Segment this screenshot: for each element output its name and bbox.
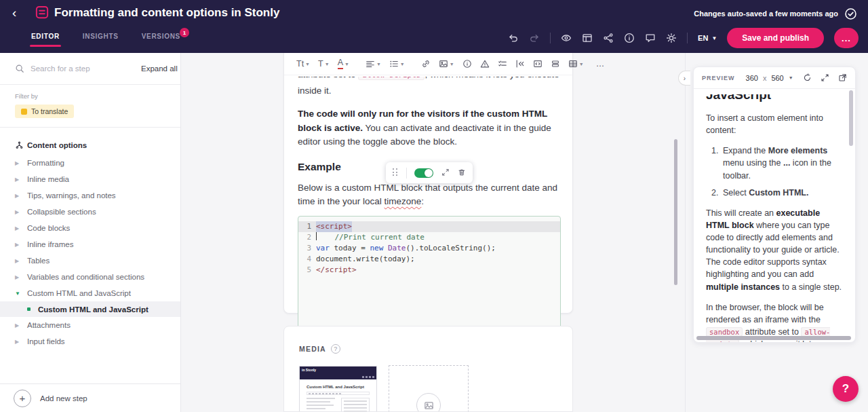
text-color-button[interactable]: A▼ [338, 58, 349, 69]
custom-html-code-block[interactable]: 1<script> 2 //Print current date 3var to… [298, 216, 561, 329]
versions-badge: 1 [180, 28, 189, 37]
expand-all-link[interactable]: Expand all [141, 64, 178, 73]
step-search-row: Expand all [0, 53, 180, 85]
tree-item-tables[interactable]: ▶Tables [0, 252, 180, 269]
preview-eye-icon[interactable] [561, 33, 572, 43]
image-button[interactable]: ▼ [439, 59, 454, 69]
main-vertical-scrollbar[interactable] [674, 139, 677, 285]
refresh-icon[interactable] [803, 73, 812, 82]
code-block-button[interactable] [533, 59, 542, 69]
search-icon [15, 64, 24, 73]
save-and-publish-button[interactable]: Save and publish [727, 28, 824, 48]
settings-gear-icon[interactable] [666, 33, 677, 43]
help-button[interactable]: ? [833, 376, 859, 402]
text-format-button[interactable]: T▼ [318, 59, 330, 69]
editor-content[interactable]: attribute set to allow-scripts, which me… [284, 75, 572, 329]
chevron-right-icon: ▶ [15, 258, 27, 264]
blockquote-button[interactable] [515, 59, 525, 69]
preview-ordered-list: 1.Expand the More elements menu using th… [706, 145, 843, 199]
tree-item-formatting[interactable]: ▶Formatting [0, 155, 180, 171]
share-icon[interactable] [603, 33, 614, 43]
filter-section: Filter by To translate [0, 85, 180, 128]
redo-icon[interactable] [529, 33, 540, 43]
autosave-check-icon [844, 7, 857, 20]
note-info-button[interactable] [462, 59, 472, 69]
search-input[interactable] [31, 64, 135, 73]
page-title: Formatting and content options in Stonly [54, 6, 279, 20]
tree-item-custom-html-child-selected[interactable]: Custom HTML and JavaScript [0, 301, 180, 317]
align-button[interactable]: ▼ [366, 59, 381, 69]
tree-item-inline-iframes[interactable]: ▶Inline iframes [0, 236, 180, 252]
preview-horizontal-scrollbar[interactable] [696, 336, 851, 340]
inline-code: allow-scripts [358, 77, 425, 80]
green-bullet-icon [27, 307, 31, 311]
paragraph: inside it. [298, 84, 559, 98]
list-button[interactable]: ▼ [389, 59, 405, 69]
more-elements-button[interactable]: … [596, 59, 605, 69]
tree-item-code-blocks[interactable]: ▶Code blocks [0, 220, 180, 236]
media-help-icon[interactable]: ? [331, 344, 340, 354]
expand-preview-icon[interactable] [821, 73, 829, 82]
media-upload-placeholder[interactable] [389, 365, 469, 412]
add-new-step-button[interactable]: + Add new step [0, 383, 180, 412]
tree-item-variables-conditional[interactable]: ▶Variables and conditional sections [0, 269, 180, 285]
warning-button[interactable] [480, 59, 490, 69]
undo-icon[interactable] [508, 33, 519, 43]
tree-item-custom-html-parent[interactable]: ▼Custom HTML and JavaScript [0, 285, 180, 301]
sections-button[interactable] [551, 59, 560, 69]
tree-item-input-fields[interactable]: ▶Input fields [0, 333, 180, 350]
chevron-right-icon: ▶ [15, 209, 27, 215]
info-icon[interactable] [624, 33, 635, 43]
guide-doc-icon [35, 5, 49, 19]
header-tabs: EDITOR INSIGHTS VERSIONS1 [31, 33, 180, 47]
code-line: 5</script> [298, 265, 560, 276]
editor-toolbar: Tt▼ T▼ A▼ ▼ ▼ ▼ ▼ … [284, 53, 572, 75]
chat-icon[interactable] [645, 33, 656, 43]
panel-divider [685, 53, 686, 412]
publish-more-button[interactable]: ... [834, 28, 859, 48]
media-thumbnail[interactable]: in Stonly Custom HTML and JavaScript [299, 366, 377, 412]
expand-block-icon[interactable] [441, 168, 450, 178]
tab-versions[interactable]: VERSIONS1 [142, 33, 180, 47]
filter-by-label: Filter by [15, 92, 165, 100]
block-active-toggle[interactable] [414, 168, 433, 178]
back-chevron-icon[interactable]: ‹ [12, 5, 16, 20]
layout-icon[interactable] [582, 33, 593, 43]
misspelled-word: timezone [384, 196, 422, 206]
chevron-right-icon: ▶ [15, 176, 27, 183]
collapse-preview-button[interactable]: › [678, 71, 690, 86]
tree-item-inline-media[interactable]: ▶Inline media [0, 171, 180, 187]
delete-block-icon[interactable] [458, 168, 466, 178]
open-in-new-icon[interactable] [838, 73, 847, 82]
tab-insights[interactable]: INSIGHTS [83, 33, 119, 47]
text-style-button[interactable]: Tt▼ [296, 59, 310, 69]
code-line: 2 //Print current date [298, 232, 560, 243]
drag-handle-icon[interactable] [393, 168, 398, 177]
language-selector[interactable]: EN▼ [698, 34, 717, 42]
chevron-right-icon: ▶ [15, 242, 27, 248]
preview-vertical-scrollbar[interactable] [849, 90, 853, 146]
chevron-right-icon: ▶ [15, 160, 27, 166]
to-translate-filter-chip[interactable]: To translate [15, 105, 74, 118]
code-line: 4document.write(today); [298, 254, 560, 265]
top-header: ‹ Formatting and content options in Ston… [0, 0, 868, 53]
tree-item-attachments[interactable]: ▶Attachments [0, 317, 180, 333]
preview-paragraph: To insert a custom element into content: [706, 112, 843, 136]
divider [406, 168, 407, 179]
checklist-button[interactable] [498, 59, 507, 69]
tree-item-tips-warnings-notes[interactable]: ▶Tips, warnings, and notes [0, 187, 180, 204]
tree-item-content-options[interactable]: Content options [0, 136, 180, 155]
link-button[interactable] [421, 59, 431, 69]
steps-sidebar: Expand all Filter by To translate Conten… [0, 53, 181, 412]
preview-content: JavaScript To insert a custom element in… [694, 89, 855, 342]
tree-item-collapsible-sections[interactable]: ▶Collapsible sections [0, 204, 180, 220]
preview-paragraph: This will create an executable HTML bloc… [706, 207, 843, 293]
clipped-paragraph: attribute set to allow-scripts, which me… [298, 77, 559, 83]
table-button[interactable]: ▼ [568, 59, 584, 69]
media-card: MEDIA ? in Stonly Custom HTML and JavaSc… [283, 326, 573, 412]
list-item: 1.Expand the More elements menu using th… [706, 145, 843, 181]
preview-panel: PREVIEW 360x560▼ JavaScript To insert a … [693, 67, 856, 343]
preview-size-selector[interactable]: 360x560▼ [746, 74, 793, 82]
tab-editor[interactable]: EDITOR [31, 33, 60, 47]
preview-clipped-heading: JavaScript [706, 94, 843, 104]
